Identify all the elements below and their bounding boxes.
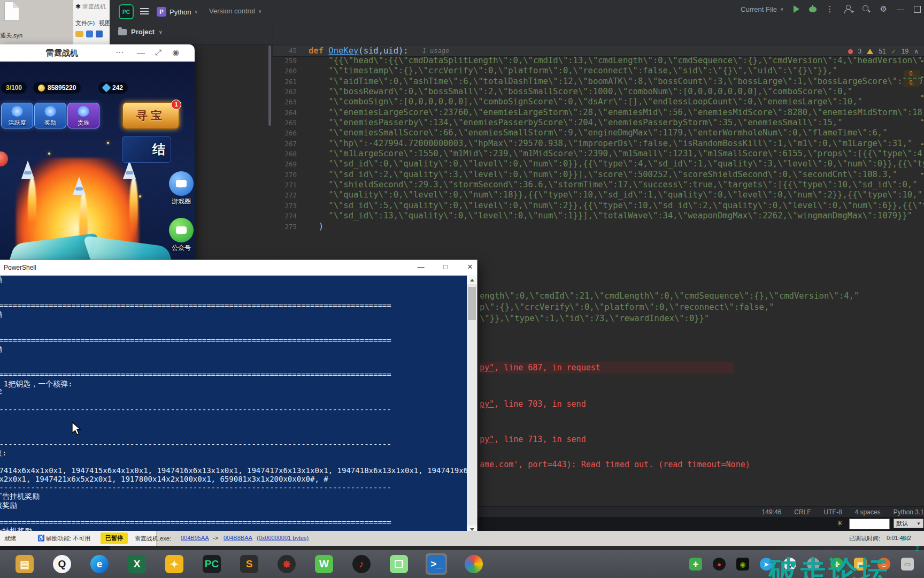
open-folder-icon[interactable] [75,31,83,37]
game-more-icon[interactable]: ⋯ [116,48,124,57]
value-input[interactable] [849,519,890,529]
code-line: 267 "\"hp\":-427994.72000000003,\"hpMax\… [273,139,924,149]
excel-icon[interactable]: X [126,553,148,575]
line-number: 261 [273,77,297,87]
ps-minimize-button[interactable]: — [416,263,426,271]
pycharm-logo-icon[interactable]: PC [119,4,134,19]
error-stripe-mark[interactable] [921,173,923,174]
line-number: 266 [273,128,297,138]
powershell-window: PowerShell — □ ✕ 励======================… [0,260,478,535]
console-traceback-line[interactable]: py", line 713, in send [480,435,586,444]
activity-button[interactable]: 活跃度 [1,103,33,128]
game-titlebar[interactable]: 雷霆战机 ⋯ — ⤢ ◉ [0,44,195,62]
terminal-line: ========================================… [0,518,467,527]
sun-icon: ✳ [837,519,843,527]
desktop-file-icon[interactable] [4,2,19,21]
console-traceback-line[interactable]: py", line 687, in request [480,363,600,372]
settings-gear-icon[interactable]: ⚙ [880,4,887,14]
scroll-up-icon[interactable] [467,275,477,284]
code-line: 275 ) [273,222,924,232]
console-traceback-line[interactable]: py", line 703, in send [480,399,586,409]
helper-tool-window[interactable]: ✱雷霆战机 文件(F)视图 [73,0,110,44]
reward-button[interactable]: 奖励 [34,103,66,128]
lower-editor-pane: ength\":0,\"cmdId\":21,\"cmdLength\":0,\… [480,291,859,324]
pycharm-icon[interactable]: PC [201,553,222,575]
qq-icon[interactable]: Q [51,553,73,575]
indent-style[interactable]: 4 spaces [855,508,881,516]
file-explorer-icon[interactable]: ▤ [14,553,35,575]
tray-nvidia-icon[interactable]: ◉ [736,557,750,571]
collapse-icon[interactable]: ∧ [914,48,919,55]
tray-music-ball-icon[interactable]: ● [712,557,726,571]
project-selector[interactable]: P Python ∨ [157,5,198,18]
terminal-line [0,414,467,423]
maximize-button[interactable] [914,6,921,13]
line-endings[interactable]: CRLF [794,508,811,516]
scrollbar-thumb[interactable] [468,287,476,320]
coin-balance: 85895220 [33,82,81,94]
error-stripe-mark[interactable] [921,119,923,121]
vcs-menu[interactable]: Version control ∨ [209,7,262,15]
browser-icon[interactable] [463,553,484,575]
inspections-widget[interactable]: 3 51 ✓19 ∧ [848,48,919,55]
error-stripe-mark[interactable] [921,60,923,62]
ps-close-button[interactable]: ✕ [465,263,475,271]
search-icon[interactable] [862,5,871,13]
bug-tool-icon[interactable]: ✸ [276,553,297,575]
add-user-icon[interactable]: + [844,5,852,13]
save-icon[interactable] [86,31,93,37]
game-close-icon[interactable]: ◉ [172,48,179,57]
project-tree-scrollbar[interactable] [268,45,271,126]
game-canvas[interactable]: 3/100 85895220 242 活跃度 奖励 贵族 寻宝 1 结 游戏圈 … [0,62,195,260]
yellow-tool-icon[interactable]: ✦ [164,553,185,575]
python-interpreter[interactable]: Python 3.1 [894,508,924,516]
notification-badge: 1 [171,100,181,110]
ps-maximize-button[interactable]: □ [441,263,450,271]
folder-icon [118,29,127,35]
bytes-info: (0x00000001 bytes) [257,535,309,541]
powershell-titlebar[interactable]: PowerShell — □ ✕ [0,260,477,276]
game-minimize-icon[interactable]: — [137,48,145,57]
menu-view[interactable]: 视图 [99,20,110,26]
tray-window-icon[interactable]: ▭ [900,557,914,571]
debug-button[interactable] [809,6,817,12]
line-number: 271 [273,180,297,190]
mouse-cursor [71,422,83,436]
official-account-button[interactable] [169,218,194,242]
terminal-output[interactable]: 励=======================================… [0,275,467,535]
project-panel-header[interactable]: Project ∨ [118,28,163,36]
game-resize-icon[interactable]: ⤢ [155,48,161,57]
main-menu-icon[interactable] [140,8,149,16]
terminal-line: 1把钥匙，一个核弹: [0,379,467,388]
green-chat-icon[interactable]: ❐ [388,553,410,575]
code-line: 273 "\"sd_id\":5,\"quality\":0,\"level\"… [273,201,924,211]
caret-position[interactable]: 149:46 [762,508,782,516]
menu-file[interactable]: 文件(F) [75,20,95,26]
grid-tool-icon[interactable] [96,31,103,37]
treasure-hunt-button[interactable]: 寻宝 1 [122,102,180,130]
music-icon[interactable]: ♪ [351,553,372,575]
error-stripe-mark[interactable] [921,77,923,78]
edge-icon[interactable]: e [89,553,110,575]
run-button[interactable] [794,5,799,13]
powershell-icon[interactable]: >_ [426,553,447,575]
edge-notification-icon[interactable] [0,151,8,166]
address-from-link[interactable]: 004B95AA [181,535,209,541]
wechat-icon[interactable]: W [313,553,335,575]
noble-button[interactable]: 贵族 [67,103,99,128]
line-number: 264 [273,108,297,118]
more-actions-icon[interactable]: ⋮ [826,4,834,14]
address-to-link[interactable]: 004B8BAA [224,535,252,541]
watermark-scatter: 24 [902,535,908,543]
error-stripe-mark[interactable] [921,143,923,145]
run-configuration-selector[interactable]: Current File ∨ [741,5,784,13]
game-circle-button[interactable] [169,171,194,196]
terminal-scrollbar[interactable] [467,275,477,535]
default-dropdown[interactable]: 默认▼ [894,519,923,528]
sublime-icon[interactable]: S [238,553,260,575]
tray-green-plus-icon[interactable]: ✚ [689,557,703,571]
file-encoding[interactable]: UTF-8 [824,508,842,516]
event-banner[interactable]: 结 [122,136,171,163]
error-stripe-mark[interactable] [921,95,923,97]
minimize-button[interactable]: — [897,5,904,13]
